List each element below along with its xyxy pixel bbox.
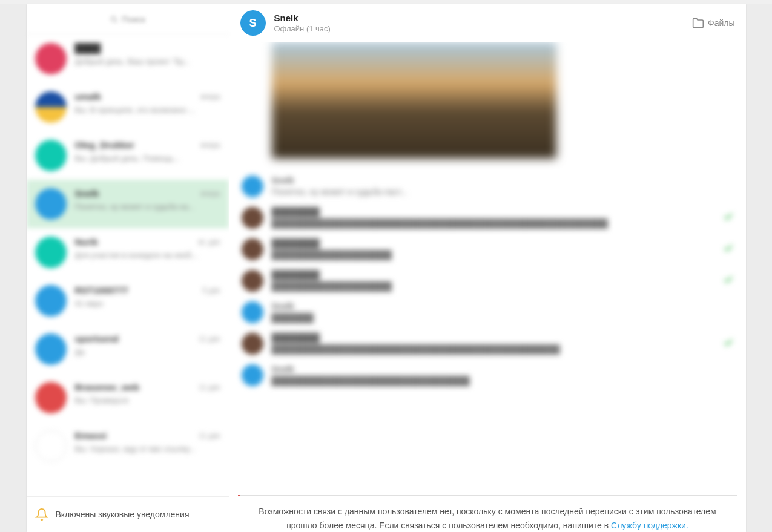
chat-list-item[interactable]: Oleg_Drukker вчера Вы: Добрый день. Помо… [27, 131, 229, 180]
sidebar: Поиск ████ Добрый день. Ваш проект "Бу..… [27, 4, 229, 532]
message-text: ████████████████████ [272, 250, 717, 260]
chat-item-preview: Добрый день. Ваш проект "Бу... [75, 57, 220, 66]
message-author: ████████ [272, 207, 320, 217]
sound-notifications-label: Включены звуковые уведомления [56, 510, 190, 519]
message-avatar [242, 301, 263, 323]
chat-list-item[interactable]: umalk вчера Вы: В принципе, это возможно… [27, 83, 229, 131]
chat-list-item[interactable]: Brasonov_web 11 дек Вы: Проверьте [27, 373, 229, 422]
chat-item-time: 11 дек [199, 383, 220, 392]
chat-item-preview: Вы: В принципе, это возможно ... [75, 105, 220, 114]
chat-item-time: вчера [200, 93, 220, 101]
message-author: Snelk [272, 176, 294, 185]
header-info: Snelk Офлайн (1 час) [274, 13, 693, 33]
message-row: ████████ ████████████████████ [236, 234, 740, 265]
chat-item-avatar [35, 91, 67, 123]
chat-item-time: вчера [200, 189, 220, 198]
message-avatar [242, 176, 263, 197]
chat-list-item[interactable]: RST1000777 5 дек 41 евро [27, 277, 229, 325]
chat-item-preview: Вы: Проверьте [75, 396, 220, 405]
message-text: ████████████████████ [272, 281, 717, 291]
check-icon [723, 337, 734, 350]
chat-item-time: 5 дек [203, 286, 220, 295]
search-placeholder: Поиск [122, 15, 145, 24]
messages-area[interactable]: Snelk Понятно, ну может и судьба паcт...… [229, 42, 746, 489]
conversation-panel: S Snelk Офлайн (1 час) Файлы Snelk [229, 4, 746, 532]
svg-point-0 [111, 16, 116, 21]
chat-list-item[interactable]: Emassi 11 дек Вы: Хорошо, жду от вас ссы… [27, 422, 229, 470]
chat-item-preview: Да [75, 347, 220, 356]
message-text: ████████████████████████████████████████… [272, 344, 717, 354]
contact-blocked-notice: Возможности связи с данным пользователем… [238, 495, 737, 532]
message-text: ███████ [272, 313, 734, 323]
message-author: Snelk [272, 301, 294, 311]
message-row: ████████ ███████████████████████████████… [236, 202, 740, 234]
message-avatar [242, 207, 263, 229]
chat-item-name: sportsend [75, 333, 119, 344]
message-author: ████████ [272, 270, 320, 280]
search-bar[interactable]: Поиск [27, 4, 229, 34]
message-row: Snelk Понятно, ну может и судьба паcт... [236, 171, 740, 202]
chat-item-preview: Для участия в конкурсе на необ... [75, 251, 220, 260]
files-label: Файлы [708, 18, 734, 28]
chat-item-name: RST1000777 [75, 285, 128, 295]
folder-icon [692, 17, 704, 29]
chat-item-avatar [35, 237, 67, 268]
chat-item-avatar [35, 333, 67, 365]
check-icon [723, 243, 734, 256]
chat-item-name: Emassi [75, 430, 107, 441]
chat-item-name: umalk [75, 91, 101, 102]
message-text: Понятно, ну может и судьба паcт... [272, 187, 734, 197]
message-text: ████████████████████████████████████████… [272, 218, 717, 228]
svg-line-1 [116, 21, 117, 22]
chat-item-avatar [35, 188, 67, 220]
message-text: █████████████████████████████████ [272, 376, 734, 386]
chat-header: S Snelk Офлайн (1 час) Файлы [229, 4, 746, 42]
chat-item-preview: Вы: Хорошо, жду от вас ссылку... [75, 444, 220, 453]
chat-item-avatar [35, 140, 67, 171]
support-link[interactable]: Службу поддержки. [611, 521, 688, 530]
chat-item-preview: 41 евро [75, 299, 220, 308]
chat-item-avatar [35, 285, 67, 317]
chat-item-avatar [35, 382, 67, 413]
message-row: ████████ ████████████████████ [236, 265, 740, 297]
chat-list-item[interactable]: ████ Добрый день. Ваш проект "Бу... [27, 34, 229, 83]
chat-item-name: Brasonov_web [75, 382, 140, 392]
check-icon [723, 211, 734, 225]
files-button[interactable]: Файлы [692, 17, 734, 29]
image-attachment[interactable] [272, 42, 556, 159]
message-author: Snelk [272, 364, 294, 374]
message-avatar [242, 238, 263, 260]
chat-item-name: Snelk [75, 188, 99, 199]
chat-list-item[interactable]: Nurik вт, дек Для участия в конкурсе на … [27, 228, 229, 277]
message-row: Snelk ███████ [236, 297, 740, 328]
message-avatar [242, 364, 263, 386]
chat-item-preview: Вы: Добрый день. Помощь... [75, 154, 220, 163]
message-row: ████████ ███████████████████████████████… [236, 328, 740, 360]
chat-item-time: вчера [200, 141, 220, 149]
header-username[interactable]: Snelk [274, 13, 693, 23]
check-icon [723, 274, 734, 287]
bell-icon [35, 508, 48, 521]
header-status: Офлайн (1 час) [274, 24, 693, 33]
header-avatar[interactable]: S [240, 10, 266, 36]
search-icon [110, 15, 118, 24]
message-avatar [242, 270, 263, 292]
chat-list-item[interactable]: sportsend 11 дек Да [27, 325, 229, 373]
chat-list: ████ Добрый день. Ваш проект "Бу... umal… [27, 34, 229, 496]
chat-item-name: Nurik [75, 237, 98, 247]
message-author: ████████ [272, 333, 320, 343]
chat-item-avatar [35, 430, 67, 462]
chat-list-item[interactable]: Snelk вчера Понятно, ну может и судьба н… [27, 180, 229, 228]
chat-item-name: Oleg_Drukker [75, 140, 134, 150]
header-avatar-letter: S [249, 17, 256, 30]
message-row: Snelk █████████████████████████████████ [236, 360, 740, 391]
chat-item-time: 11 дек [199, 432, 220, 440]
chat-item-name: ████ [75, 43, 101, 53]
sound-notifications-toggle[interactable]: Включены звуковые уведомления [27, 496, 229, 532]
message-avatar [242, 333, 263, 355]
chat-item-time: 11 дек [199, 335, 220, 343]
chat-item-avatar [35, 43, 67, 74]
message-author: ████████ [272, 238, 320, 248]
chat-item-time: вт, дек [199, 238, 220, 246]
chat-item-preview: Понятно, ну может и судьба на... [75, 202, 220, 211]
